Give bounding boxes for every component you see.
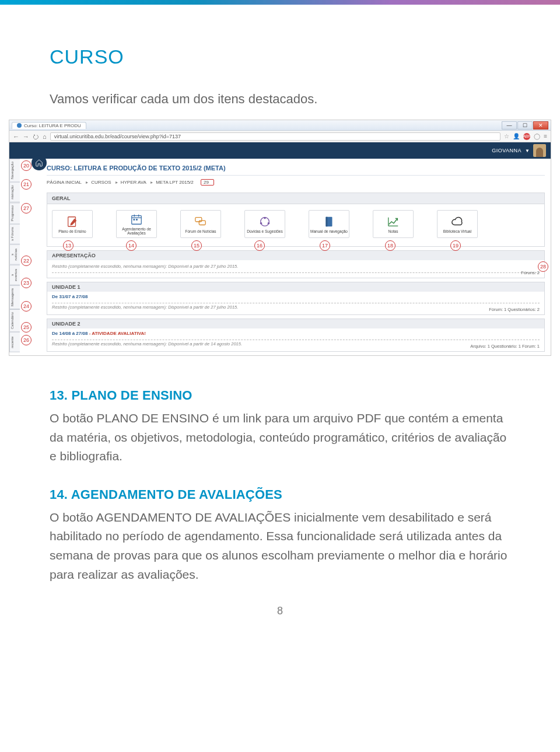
svg-point-10 — [264, 216, 266, 219]
callout-21: 21 — [21, 179, 32, 190]
item-13-text: O botão PLANO DE ENSINO é um link para u… — [50, 409, 510, 466]
item-14-heading: 14. AGENDAMENTO DE AVALIAÇÕES — [50, 487, 510, 502]
vtab-progresso[interactable]: Progresso — [9, 202, 20, 224]
panel-geral-header: GERAL — [47, 193, 544, 204]
window-minimize-button[interactable]: — — [502, 121, 517, 130]
card-notas[interactable]: Notas — [373, 210, 414, 238]
vtab-recente[interactable]: recente — [9, 332, 20, 352]
svg-point-11 — [260, 222, 262, 224]
callout-29-inline: 29 — [201, 179, 214, 186]
section-dates: De 31/07 à 27/08 — [52, 294, 540, 299]
vtab-foruns[interactable]: s Fóruns — [9, 224, 20, 244]
section-header[interactable]: UNIDADE 1 — [47, 282, 544, 292]
dashed-divider — [52, 272, 540, 273]
icon-card-row: Plano de Ensino Agendamento de Avaliaçõe… — [52, 208, 540, 243]
browser-toolbar: ← → ⭮ ⌂ virtual.unicuritiba.edu.br/ead/c… — [9, 131, 551, 142]
menu-icon[interactable]: ≡ — [544, 133, 547, 139]
card-plano-ensino[interactable]: Plano de Ensino — [52, 210, 93, 238]
book-icon — [321, 215, 337, 228]
top-gradient-bar — [0, 0, 560, 5]
svg-point-12 — [268, 222, 270, 224]
nav-reload-button[interactable]: ⭮ — [33, 133, 39, 140]
section-apresentacao: APRESENTAÇÃO Restrito (completamente esc… — [47, 250, 545, 278]
item-13-heading: 13. PLANO DE ENSINO — [50, 388, 510, 403]
card-label: Manual de navegação — [310, 229, 348, 233]
card-duvidas[interactable]: Dúvidas e Sugestões — [244, 210, 285, 238]
vtab-navegacao[interactable]: Navegação — [9, 159, 20, 182]
card-forum[interactable]: Fórum de Notícias — [180, 210, 221, 238]
toolbar-right-icons: ☆ 👤 ABP ◯ ≡ — [504, 133, 547, 140]
app-frame: Navegação nistração Progresso s Fóruns s… — [9, 142, 551, 352]
window-maximize-button[interactable]: ☐ — [517, 121, 533, 130]
dashed-divider — [52, 340, 540, 340]
extension-icon[interactable]: ◯ — [534, 133, 540, 139]
callout-22: 22 — [21, 256, 32, 266]
section-unidade-2: UNIDADE 2 De 14/08 à 27/08 - ATIVIDADE A… — [47, 319, 545, 352]
callout-27: 27 — [21, 203, 32, 214]
document-pencil-icon — [65, 215, 80, 228]
section-header[interactable]: UNIDADE 2 — [47, 319, 544, 328]
avatar[interactable] — [533, 144, 546, 157]
page-number: 8 — [50, 605, 510, 617]
browser-tab-strip: Curso: LEITURA E PRODU — ☐ ✕ — [9, 120, 551, 131]
card-label: Fórum de Notícias — [185, 229, 216, 233]
dashed-divider — [52, 303, 540, 303]
vtab-mensagens[interactable]: Mensagens — [9, 285, 20, 309]
embedded-screenshot: Curso: LEITURA E PRODU — ☐ ✕ ← → ⭮ ⌂ vir… — [9, 120, 551, 356]
username-label[interactable]: GIOVANNA — [492, 148, 522, 153]
chart-up-icon — [386, 215, 401, 228]
crumb-hyperava[interactable]: HYPER AVA — [121, 180, 146, 185]
callout-23: 23 — [21, 278, 32, 288]
callout-26: 26 — [21, 335, 32, 345]
svg-rect-8 — [199, 221, 205, 225]
restriction-text: Restrito (completamente escondido, nenhu… — [52, 305, 540, 310]
browser-tab-title: Curso: LEITURA E PRODU — [24, 123, 81, 128]
nav-forward-button[interactable]: → — [23, 133, 29, 140]
calendar-icon — [129, 213, 144, 226]
card-biblioteca[interactable]: Biblioteca Virtual — [437, 210, 478, 238]
browser-tab[interactable]: Curso: LEITURA E PRODU — [12, 122, 86, 129]
crumb-cursos[interactable]: CURSOS — [91, 180, 111, 185]
globe-icon — [17, 123, 22, 128]
chat-bubbles-icon — [193, 215, 208, 228]
item-14-text: O botão AGENDAMENTO DE AVALIAÇÕES inicia… — [50, 508, 510, 584]
star-icon[interactable]: ☆ — [504, 133, 509, 139]
section-unidade-1: UNIDADE 1 De 31/07 à 27/08 Fórum: 1 Ques… — [47, 282, 545, 315]
section-meta: Fóruns: 2 — [521, 270, 540, 275]
card-label: Notas — [388, 229, 398, 233]
vtab-eventos[interactable]: s eventos — [9, 265, 20, 285]
course-title: CURSO: LEITURA E PRODUÇÃO DE TEXTO 2015/… — [47, 159, 545, 176]
people-cycle-icon — [257, 215, 272, 228]
adblock-icon[interactable]: ABP — [523, 133, 530, 140]
card-label: Biblioteca Virtual — [443, 229, 471, 233]
svg-rect-7 — [195, 217, 202, 221]
card-agendamento[interactable]: Agendamento de Avaliações — [116, 210, 157, 238]
user-icon[interactable]: 👤 — [513, 133, 520, 139]
home-icon[interactable] — [32, 155, 47, 170]
vtab-calendario[interactable]: Calendário — [9, 309, 20, 332]
section-dates: De 14/08 à 27/08 — [52, 331, 88, 336]
nav-back-button[interactable]: ← — [13, 133, 19, 140]
breadcrumb: PÁGINA INICIAL▸ CURSOS▸ HYPER AVA▸ META … — [47, 176, 545, 189]
window-close-button[interactable]: ✕ — [533, 121, 548, 130]
section-meta: Arquivo: 1 Questionário: 1 Fórum: 1 — [470, 344, 540, 349]
card-manual[interactable]: Manual de navegação — [309, 210, 349, 238]
nav-home-button[interactable]: ⌂ — [43, 133, 47, 140]
cloud-icon — [450, 215, 465, 228]
callout-25: 25 — [21, 322, 32, 333]
section-header[interactable]: APRESENTAÇÃO — [47, 251, 544, 260]
vtab-administracao[interactable]: nistração — [9, 182, 20, 202]
crumb-home[interactable]: PÁGINA INICIAL — [47, 180, 82, 185]
left-collapsed-tabs: Navegação nistração Progresso s Fóruns s… — [9, 159, 20, 352]
vtab-noticias[interactable]: s notícias — [9, 244, 20, 265]
chevron-down-icon[interactable]: ▼ — [525, 148, 530, 153]
activity-flag: ATIVIDADE AVALIATIVA! — [92, 331, 146, 336]
address-bar[interactable]: virtual.unicuritiba.edu.br/ead/course/vi… — [50, 132, 501, 141]
card-label: Plano de Ensino — [58, 229, 86, 233]
panel-geral: GERAL Plano de Ensino — [47, 193, 545, 247]
restriction-text: Restrito (completamente escondido, nenhu… — [52, 341, 540, 347]
crumb-meta[interactable]: META LPT 2015/2 — [156, 180, 194, 185]
callout-24: 24 — [21, 301, 32, 312]
section-heading: CURSO — [50, 46, 510, 68]
section-meta: Fórum: 1 Questionários: 2 — [489, 307, 540, 312]
